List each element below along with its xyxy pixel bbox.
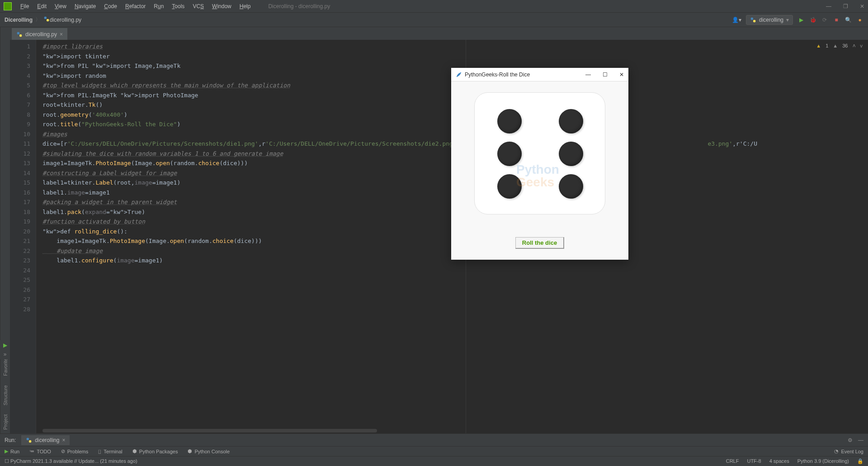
- run-toolwindow-sidebar: ▶ »: [0, 340, 10, 359]
- run-panel-label: Run:: [5, 437, 16, 443]
- tk-maximize-icon[interactable]: ☐: [603, 71, 608, 78]
- menu-view[interactable]: View: [51, 3, 71, 10]
- tool-python-console[interactable]: ⬢Python Console: [188, 448, 230, 454]
- tab-close-icon[interactable]: ×: [60, 31, 63, 38]
- python-icon: [16, 31, 23, 38]
- menu-window[interactable]: Window: [208, 3, 236, 10]
- run-panel: Run: dicerolling × ⚙ —: [0, 433, 868, 446]
- tool-event-log[interactable]: ◔Event Log: [834, 448, 863, 454]
- watermark: PythonGeeks: [516, 163, 559, 189]
- svg-rect-0: [44, 17, 47, 19]
- status-notification[interactable]: ☐ PyCharm 2021.1.3 available // Update..…: [5, 458, 137, 464]
- more-icon[interactable]: »: [4, 351, 7, 357]
- dice-face: PythonGeeks: [474, 92, 605, 214]
- editor-tabs: dicerolling.py ×: [10, 27, 868, 40]
- tool-python-packages[interactable]: ⬢Python Packages: [132, 448, 178, 454]
- python-file-icon: [43, 16, 50, 24]
- bottom-toolbar: ▶Run ≔TODO ⊘Problems ⌷Terminal ⬢Python P…: [0, 446, 868, 456]
- menu-edit[interactable]: Edit: [33, 3, 51, 10]
- svg-rect-2: [751, 17, 753, 19]
- menubar: File Edit View Navigate Code Refactor Ru…: [0, 0, 868, 13]
- tool-project[interactable]: Project: [3, 414, 8, 430]
- dice-dot: [559, 142, 583, 166]
- menu-vcs[interactable]: VCS: [189, 3, 208, 10]
- roll-dice-button[interactable]: Roll the dice: [515, 237, 564, 249]
- breadcrumb-file[interactable]: dicerolling.py: [50, 17, 81, 23]
- run-config-selector[interactable]: dicerolling ▾: [746, 15, 793, 25]
- pycharm-logo-icon: [4, 2, 12, 10]
- svg-rect-4: [17, 32, 19, 34]
- add-user-icon[interactable]: 👤▾: [732, 17, 741, 23]
- menu-tools[interactable]: Tools: [168, 3, 189, 10]
- python-icon: [750, 17, 756, 23]
- search-icon[interactable]: 🔍: [844, 16, 852, 24]
- menu-file[interactable]: File: [16, 3, 33, 10]
- menu-refactor[interactable]: Refactor: [121, 3, 150, 10]
- chevron-down-icon: ▾: [786, 17, 789, 23]
- main-area: Project Structure Favorites dicerolling.…: [0, 27, 868, 433]
- horizontal-scrollbar[interactable]: [42, 429, 377, 433]
- lock-icon[interactable]: 🔒: [857, 458, 863, 464]
- status-line-sep[interactable]: CRLF: [726, 458, 739, 464]
- minimize-icon[interactable]: —: [826, 3, 831, 10]
- tkinter-app-window[interactable]: PythonGeeks-Roll the Dice — ☐ ✕ PythonGe…: [451, 68, 628, 260]
- dice-dot: [559, 174, 583, 199]
- svg-rect-7: [29, 440, 31, 442]
- code-editor[interactable]: 1234567891011121314151617181920212223242…: [10, 40, 868, 433]
- tk-body: PythonGeeks Roll the dice: [451, 81, 628, 260]
- status-indent[interactable]: 4 spaces: [769, 458, 789, 464]
- menu-run[interactable]: Run: [150, 3, 168, 10]
- menu-help[interactable]: Help: [236, 3, 255, 10]
- window-title: Dicerolling - dicerolling.py: [268, 3, 330, 10]
- tool-todo[interactable]: ≔TODO: [29, 448, 51, 454]
- run-tab-name: dicerolling: [35, 437, 59, 443]
- maximize-icon[interactable]: ❐: [843, 3, 848, 10]
- status-encoding[interactable]: UTF-8: [747, 458, 761, 464]
- tk-close-icon[interactable]: ✕: [619, 71, 624, 78]
- dice-dot: [559, 109, 583, 133]
- left-tool-strip: Project Structure Favorites: [0, 27, 10, 433]
- navigation-bar: Dicerolling 〉 dicerolling.py 👤▾ diceroll…: [0, 13, 868, 27]
- line-gutter: 1234567891011121314151617181920212223242…: [10, 40, 36, 433]
- tool-run[interactable]: ▶Run: [5, 448, 19, 454]
- run-coverage-icon[interactable]: ⟳: [821, 16, 828, 24]
- statusbar: ☐ PyCharm 2021.1.3 available // Update..…: [0, 456, 868, 466]
- stop-icon[interactable]: ■: [833, 16, 840, 24]
- svg-rect-6: [27, 437, 29, 440]
- debug-bug-icon[interactable]: 🐞: [809, 16, 816, 24]
- tool-problems[interactable]: ⊘Problems: [61, 448, 88, 454]
- tk-minimize-icon[interactable]: —: [585, 71, 591, 78]
- editor-tab[interactable]: dicerolling.py ×: [12, 28, 67, 40]
- breadcrumb-project[interactable]: Dicerolling: [5, 17, 33, 23]
- svg-rect-5: [19, 34, 22, 37]
- tool-terminal[interactable]: ⌷Terminal: [98, 449, 123, 454]
- dice-dot: [497, 109, 522, 133]
- ide-errors-icon[interactable]: ●: [856, 16, 863, 24]
- menu-navigate[interactable]: Navigate: [71, 3, 100, 10]
- tool-structure[interactable]: Structure: [3, 385, 8, 405]
- tk-feather-icon: [456, 71, 462, 78]
- tab-filename: dicerolling.py: [25, 31, 57, 38]
- editor-area: dicerolling.py × ▲ 1 ▲ 36 ʌ v 1234567891…: [10, 27, 868, 433]
- svg-rect-3: [753, 20, 755, 22]
- run-play-icon[interactable]: ▶: [797, 16, 805, 24]
- gear-icon[interactable]: ⚙: [848, 437, 853, 443]
- close-icon[interactable]: ✕: [860, 3, 864, 10]
- rerun-icon[interactable]: ▶: [3, 342, 7, 348]
- run-config-name: dicerolling: [759, 17, 783, 23]
- menu-code[interactable]: Code: [100, 3, 121, 10]
- tk-titlebar[interactable]: PythonGeeks-Roll the Dice — ☐ ✕: [451, 68, 628, 81]
- status-interpreter[interactable]: Python 3.9 (Dicerolling): [797, 458, 849, 464]
- breadcrumb-sep: 〉: [35, 16, 41, 24]
- run-tab-close-icon[interactable]: ×: [62, 437, 65, 443]
- hide-icon[interactable]: —: [858, 437, 863, 443]
- tk-title: PythonGeeks-Roll the Dice: [465, 71, 530, 78]
- run-tab[interactable]: dicerolling ×: [21, 435, 70, 445]
- svg-rect-1: [47, 19, 49, 21]
- python-icon: [26, 437, 32, 443]
